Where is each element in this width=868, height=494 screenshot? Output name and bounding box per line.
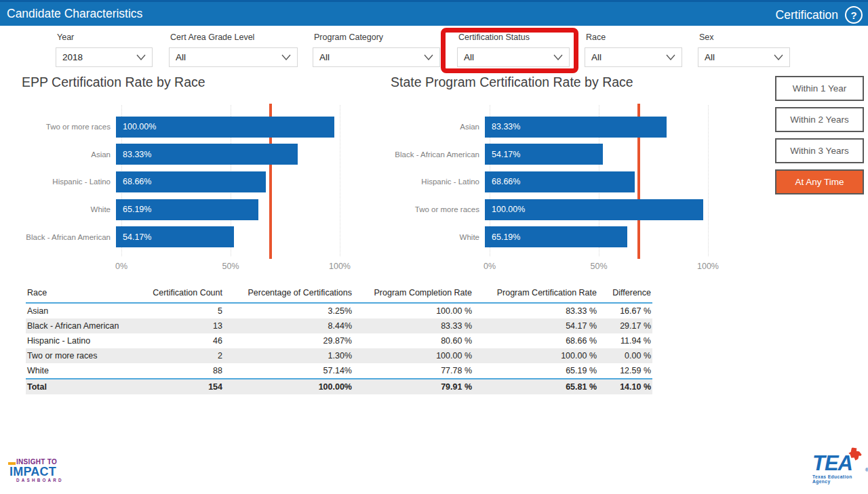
- bar-two-or-more-races[interactable]: 100.00%: [485, 199, 703, 220]
- axis-tick-label: 50%: [590, 262, 607, 271]
- bar-category-label: White: [22, 205, 116, 213]
- bar-row-black-african-american: Black - African American54.17%: [22, 223, 391, 251]
- bar-white[interactable]: 65.19%: [485, 226, 627, 247]
- table-cell: 100.00 %: [353, 348, 473, 363]
- table-cell: White: [26, 363, 142, 379]
- time-button-within-3-years[interactable]: Within 3 Years: [775, 138, 864, 163]
- table-cell: 8.44%: [224, 318, 353, 333]
- axis-tick-label: 50%: [222, 262, 239, 271]
- bar-value-label: 68.66%: [485, 177, 520, 186]
- bar-value-label: 83.33%: [116, 150, 151, 159]
- bar-category-label: Two or more races: [22, 123, 116, 131]
- bar-category-label: Asian: [391, 123, 485, 131]
- table-cell: 3.25%: [224, 303, 353, 318]
- column-header-program-certification-rate: Program Certification Rate: [473, 283, 598, 303]
- bar-hispanic-latino[interactable]: 68.66%: [485, 171, 635, 192]
- bar-black-african-american[interactable]: 54.17%: [485, 144, 603, 165]
- impact-logo-line2: IMPACT: [9, 466, 71, 478]
- filter-bar: Year2018Cert Area Grade LevelAllProgram …: [0, 26, 868, 73]
- chevron-down-icon: [774, 54, 783, 60]
- table-cell-total: 100.00%: [224, 379, 353, 394]
- chevron-down-icon: [136, 54, 146, 60]
- column-header-race: Race: [26, 283, 142, 303]
- certification-table: RaceCertification CountPercentage of Cer…: [26, 283, 652, 394]
- time-button-at-any-time[interactable]: At Any Time: [775, 169, 864, 194]
- table-cell: 83.33 %: [353, 318, 473, 333]
- bar-hispanic-latino[interactable]: 68.66%: [116, 171, 266, 192]
- bar-value-label: 65.19%: [485, 232, 520, 242]
- dropdown-value-race: All: [591, 52, 666, 62]
- filter-program-category: Program CategoryAll: [313, 26, 440, 67]
- table-cell-total: 79.91 %: [353, 379, 473, 394]
- bar-row-black-african-american: Black - African American54.17%: [391, 141, 760, 169]
- table-cell: 29.87%: [224, 333, 353, 348]
- axis-tick-label: 100%: [329, 262, 351, 271]
- table-cell: 54.17 %: [473, 318, 598, 333]
- axis-tick-label: 0%: [115, 262, 127, 271]
- dropdown-cert-area-grade-level[interactable]: All: [169, 47, 298, 67]
- dropdown-sex[interactable]: All: [698, 47, 790, 67]
- dropdown-value-cert-area-grade-level: All: [176, 52, 281, 62]
- table-cell: 57.14%: [224, 363, 353, 379]
- chart-plot-1: Asian83.33%Black - African American54.17…: [391, 105, 760, 291]
- dropdown-value-year: 2018: [62, 52, 136, 62]
- bar-asian[interactable]: 83.33%: [116, 144, 298, 165]
- app-header: Candidate Characteristics Certification …: [0, 0, 868, 26]
- table-cell: 11.94 %: [598, 333, 652, 348]
- bar-value-label: 68.66%: [116, 177, 151, 186]
- bar-white[interactable]: 65.19%: [116, 199, 258, 220]
- table-cell-total: 14.10 %: [598, 379, 652, 394]
- table-cell: 46: [142, 333, 224, 348]
- table-header-row: RaceCertification CountPercentage of Cer…: [26, 283, 652, 303]
- table-cell: 80.60 %: [353, 333, 473, 348]
- column-header-program-completion-rate: Program Completion Rate: [353, 283, 473, 303]
- time-button-within-1-year[interactable]: Within 1 Year: [775, 76, 864, 101]
- chart-title-1: State Program Certification Rate by Race: [391, 75, 760, 94]
- table-cell: Hispanic - Latino: [26, 333, 142, 348]
- dropdown-year[interactable]: 2018: [56, 47, 153, 67]
- table-cell: Black - African American: [26, 318, 142, 333]
- bar-asian[interactable]: 83.33%: [485, 117, 667, 138]
- table-cell-total: Total: [26, 379, 142, 394]
- table-header: RaceCertification CountPercentage of Cer…: [26, 283, 652, 303]
- bar-category-label: Hispanic - Latino: [391, 178, 485, 186]
- bar-row-two-or-more-races: Two or more races100.00%: [22, 113, 391, 141]
- chart-title-0: EPP Certification Rate by Race: [22, 75, 391, 94]
- bar-black-african-american[interactable]: 54.17%: [116, 226, 234, 247]
- time-window-button-group: Within 1 YearWithin 2 YearsWithin 3 Year…: [775, 76, 864, 201]
- dropdown-race[interactable]: All: [585, 47, 682, 67]
- bar-value-label: 100.00%: [485, 205, 525, 214]
- bar-value-label: 54.17%: [116, 232, 151, 242]
- bar-row-asian: Asian83.33%: [22, 141, 391, 169]
- table-body: Asian53.25%100.00 %83.33 %16.67 %Black -…: [26, 303, 652, 394]
- table-cell-total: 154: [142, 379, 224, 394]
- table-cell: 0.00 %: [598, 348, 652, 363]
- time-button-within-2-years[interactable]: Within 2 Years: [775, 107, 864, 132]
- filter-label-race: Race: [586, 33, 682, 42]
- table-total-row: Total154100.00%79.91 %65.81 %14.10 %: [26, 379, 652, 394]
- bar-value-label: 65.19%: [116, 205, 151, 214]
- table-cell: 65.19 %: [473, 363, 598, 379]
- bar-row-hispanic-latino: Hispanic - Latino68.66%: [22, 168, 391, 196]
- report-tab-certification[interactable]: Certification: [776, 8, 838, 22]
- table-cell-total: 65.81 %: [473, 379, 598, 394]
- table-cell: Asian: [26, 303, 142, 318]
- filter-race: RaceAll: [585, 26, 682, 67]
- table-row-asian: Asian53.25%100.00 %83.33 %16.67 %: [26, 303, 652, 318]
- table-cell: 5: [142, 303, 224, 318]
- help-icon[interactable]: ?: [845, 6, 863, 24]
- dropdown-value-sex: All: [705, 52, 774, 62]
- table-cell: 2: [142, 348, 224, 363]
- dropdown-certification-status[interactable]: All: [457, 47, 570, 67]
- bar-category-label: Two or more races: [391, 205, 485, 213]
- bar-row-asian: Asian83.33%: [391, 113, 760, 141]
- table-cell: 1.30%: [224, 348, 353, 363]
- bar-category-label: Hispanic - Latino: [22, 178, 116, 186]
- bar-two-or-more-races[interactable]: 100.00%: [116, 117, 334, 138]
- bar-row-white: White65.19%: [391, 223, 760, 251]
- table-cell: 88: [142, 363, 224, 379]
- dropdown-program-category[interactable]: All: [313, 47, 440, 67]
- table-cell: 83.33 %: [473, 303, 598, 318]
- bar-category-label: Black - African American: [22, 233, 116, 241]
- table-row-black-african-american: Black - African American138.44%83.33 %54…: [26, 318, 652, 333]
